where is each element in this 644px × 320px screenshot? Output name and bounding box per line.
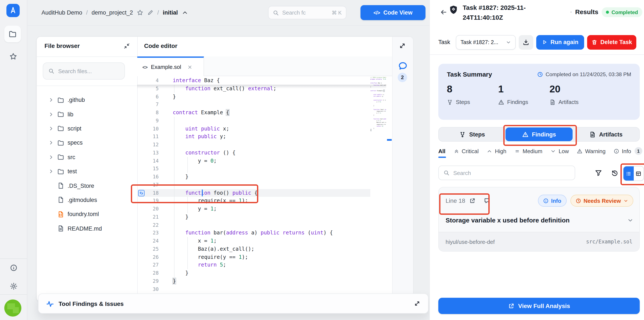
code-line-13[interactable]: 13 constructor () { [137, 149, 370, 157]
external-link-icon[interactable] [469, 197, 476, 204]
tree-item-README.md[interactable]: README.md [37, 221, 137, 236]
file-search-input[interactable]: Search files... [43, 63, 125, 80]
comments-bubble-icon[interactable] [398, 61, 408, 71]
close-icon[interactable] [187, 64, 192, 70]
tree-item-label: .DS_Store [68, 182, 94, 189]
tree-item-.gitmodules[interactable]: .gitmodules [37, 193, 137, 207]
global-search-input[interactable]: Search fc ⌘ K [268, 6, 346, 19]
line-number: 7 [137, 101, 168, 109]
finding-line-ref[interactable]: Line 18 [446, 197, 465, 204]
code-line-30[interactable]: 30 [137, 285, 370, 293]
code-line-29[interactable]: 29} [137, 277, 370, 285]
search-shortcut: ⌘ K [332, 10, 342, 16]
task-select[interactable]: Task #1827: 2... [456, 35, 516, 49]
code-line-14[interactable]: 14 y = 0; [137, 157, 370, 165]
filter-funnel-icon[interactable] [595, 169, 602, 177]
download-button[interactable] [519, 35, 533, 49]
tool-findings-label: Tool Findings & Issues [58, 300, 409, 307]
filter-warning[interactable]: Warning [577, 148, 606, 154]
tree-item-label: src [68, 154, 75, 160]
finding-gutter-icon[interactable] [138, 190, 144, 196]
tree-item-lib[interactable]: lib [37, 107, 137, 122]
code-line-12[interactable]: 12 [137, 141, 370, 149]
chevron-up-icon[interactable] [182, 10, 188, 16]
finding-title-row[interactable]: Storage variable x used before definitio… [446, 216, 633, 224]
code-line-28[interactable]: 28 } [137, 269, 370, 277]
tree-item-label: foundry.toml [68, 211, 99, 217]
code-line-21[interactable]: 21 } [137, 213, 370, 221]
tab-findings[interactable]: Findings [506, 128, 572, 141]
table-view-button[interactable] [634, 166, 644, 181]
review-status-dropdown[interactable]: Needs Review [570, 195, 633, 207]
tree-item-.github[interactable]: .github [37, 93, 137, 107]
breadcrumb-project[interactable]: demo_project_2 [92, 10, 133, 16]
code-line-6[interactable]: 6} [137, 93, 370, 101]
code-line-22[interactable]: 22 [137, 221, 370, 229]
editor-minimap[interactable]: // SPDX-License-Identifier: GPL-3.0pragm… [370, 77, 386, 184]
expand-panel-icon[interactable] [414, 300, 420, 307]
breadcrumb-branch[interactable]: initial [163, 10, 178, 16]
filter-all[interactable]: All [438, 148, 445, 154]
filter-medium[interactable]: Medium [514, 148, 542, 154]
filter-critical[interactable]: Critical [454, 148, 478, 154]
results-label: Results [575, 8, 598, 16]
run-again-button[interactable]: Run again [536, 35, 584, 49]
code-line-11[interactable]: 11 int public y; [137, 133, 370, 141]
gear-icon[interactable] [10, 282, 18, 290]
edit-pencil-icon[interactable] [147, 10, 154, 16]
app-logo[interactable] [6, 4, 20, 17]
avatar[interactable] [4, 299, 22, 316]
tab-steps[interactable]: Steps [439, 128, 506, 141]
breadcrumb-app[interactable]: AuditHub Demo [42, 10, 82, 16]
finding-card[interactable]: Line 18 Info Needs Review Storage variab… [438, 187, 640, 251]
info-icon[interactable] [10, 264, 18, 272]
tree-item-foundry.toml[interactable]: foundry.toml [37, 207, 137, 221]
view-full-analysis-button[interactable]: View Full Analysis [438, 298, 640, 314]
code-line-20[interactable]: 20 y = 1; [137, 205, 370, 213]
code-text: require(y == 1); [168, 253, 248, 261]
star-icon[interactable] [10, 53, 17, 60]
collapse-panel-icon[interactable] [124, 43, 130, 49]
favorite-star-icon[interactable] [137, 10, 143, 16]
minimap-line: pragma solidity ^0.8.0; [370, 79, 386, 80]
comment-count-badge[interactable]: 2 [398, 73, 407, 82]
code-line-24[interactable]: 24 x = 1; [137, 237, 370, 245]
findings-search-input[interactable]: Search [438, 166, 575, 180]
comment-icon[interactable] [484, 197, 490, 204]
code-line-17[interactable]: 17 [137, 181, 370, 189]
code-line-18[interactable]: 18 function foo() public { [137, 189, 370, 197]
tree-item-specs[interactable]: specs [37, 136, 137, 150]
tool-findings-bar[interactable]: Tool Findings & Issues [38, 293, 428, 313]
tab-artifacts[interactable]: Artifacts [572, 128, 639, 141]
tree-item-.DS_Store[interactable]: .DS_Store [37, 179, 137, 193]
tree-item-src[interactable]: src [37, 150, 137, 164]
back-arrow-icon[interactable] [440, 9, 447, 16]
line-number: 25 [137, 245, 168, 253]
code-line-27[interactable]: 27 return 5; [137, 261, 370, 269]
code-line-9[interactable]: 9 [137, 117, 370, 125]
filter-low[interactable]: Low [550, 148, 569, 154]
sidebar-item-files[interactable] [4, 26, 21, 42]
expand-editor-icon[interactable] [399, 42, 406, 49]
delete-task-button[interactable]: Delete Task [587, 35, 636, 49]
code-line-15[interactable]: 15 [137, 165, 370, 173]
code-line-19[interactable]: 19 require(x == 1); [137, 197, 370, 205]
code-line-25[interactable]: 25 Baz(a).ext_call(); [137, 245, 370, 253]
code-lines[interactable]: 4interface Baz {5 function ext_call() ex… [137, 77, 370, 293]
code-line-8[interactable]: 8contract Example { [137, 109, 370, 117]
code-view-button[interactable]: </> Code View [360, 5, 426, 20]
filter-info[interactable]: Info1 [614, 147, 642, 155]
code-line-23[interactable]: 23 function bar(address a) public return… [137, 229, 370, 237]
list-view-button[interactable] [624, 166, 634, 181]
history-icon[interactable] [611, 169, 618, 177]
editor-tab-example-sol[interactable]: <> Example.sol [137, 57, 204, 76]
code-line-7[interactable]: 7 [137, 101, 370, 109]
tree-item-test[interactable]: test [37, 164, 137, 179]
code-line-26[interactable]: 26 require(y == 1); [137, 253, 370, 261]
tree-item-script[interactable]: script [37, 122, 137, 136]
code-line-16[interactable]: 16 } [137, 173, 370, 181]
folder-icon [57, 125, 64, 132]
filter-high[interactable]: High [487, 148, 506, 154]
code-line-10[interactable]: 10 uint public x; [137, 125, 370, 133]
code-line-4[interactable]: 4interface Baz { [137, 77, 370, 85]
